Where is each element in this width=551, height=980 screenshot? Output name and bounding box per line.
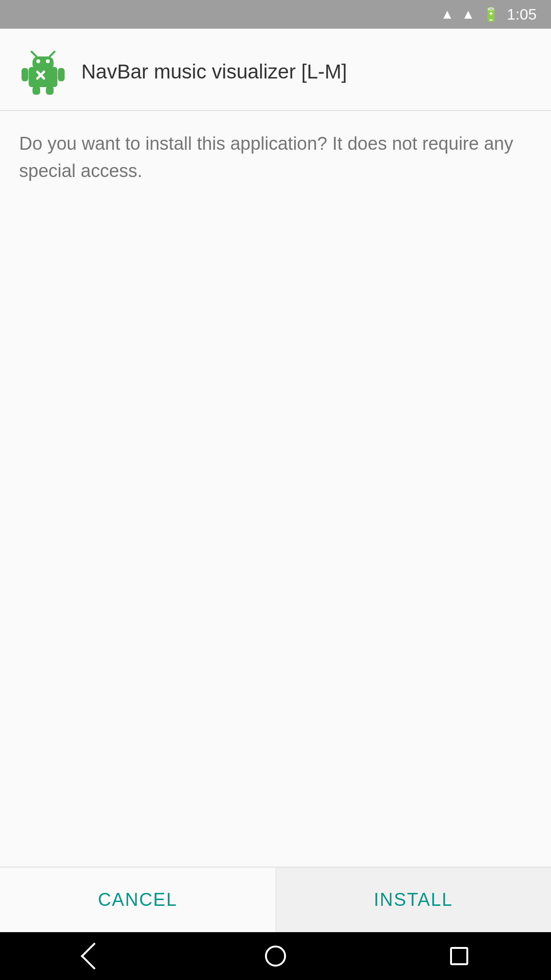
status-icons: ▲ ▲ 🔋 1:05 (441, 6, 537, 23)
back-button[interactable] (73, 937, 111, 975)
install-button[interactable]: INSTALL (276, 868, 551, 932)
home-button[interactable] (256, 937, 295, 975)
svg-point-3 (46, 59, 50, 63)
app-header: NavBar music visualizer [L-M] (0, 29, 551, 111)
signal-icon: ▲ (462, 7, 475, 22)
svg-rect-1 (33, 56, 54, 70)
back-icon (81, 943, 108, 970)
svg-point-2 (36, 59, 40, 63)
action-buttons: CANCEL INSTALL (0, 868, 551, 932)
wifi-icon: ▲ (441, 7, 454, 22)
description-area: Do you want to install this application?… (0, 111, 551, 867)
description-text: Do you want to install this application?… (19, 130, 532, 185)
home-icon (265, 946, 286, 967)
status-time: 1:05 (507, 6, 537, 23)
main-content: NavBar music visualizer [L-M] Do you wan… (0, 29, 551, 932)
app-icon (19, 48, 67, 96)
svg-rect-9 (46, 86, 54, 95)
status-bar: ▲ ▲ 🔋 1:05 (0, 0, 551, 29)
svg-rect-8 (33, 86, 40, 95)
app-title: NavBar music visualizer [L-M] (81, 60, 347, 83)
nav-bar (0, 932, 551, 980)
battery-icon: 🔋 (483, 7, 499, 22)
svg-line-5 (50, 52, 55, 56)
recents-button[interactable] (440, 937, 478, 975)
cancel-button[interactable]: CANCEL (0, 868, 276, 932)
recents-icon (450, 947, 468, 965)
svg-line-4 (32, 52, 36, 56)
svg-rect-7 (58, 68, 65, 81)
svg-rect-6 (22, 68, 28, 81)
